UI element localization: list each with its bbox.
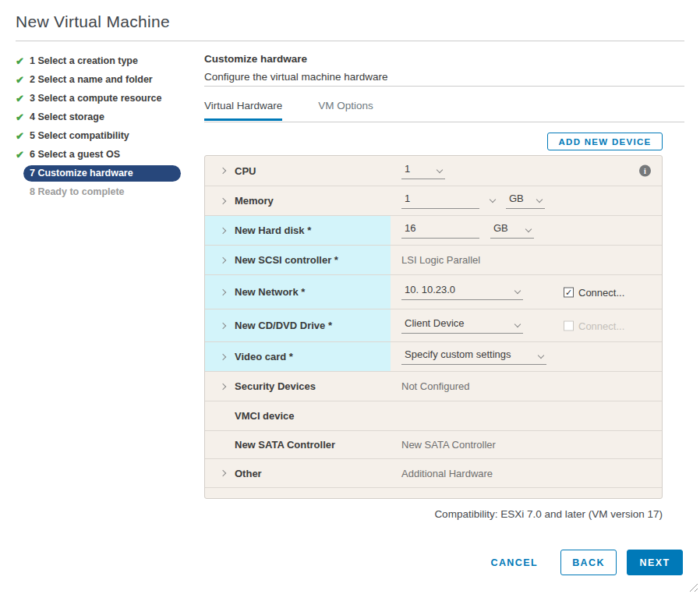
chevron-right-icon[interactable] bbox=[221, 355, 235, 359]
check-icon: ✔ bbox=[16, 131, 30, 141]
chevron-down-icon bbox=[536, 196, 543, 203]
info-icon[interactable]: i bbox=[639, 165, 651, 177]
device-label-cell-other: Other bbox=[205, 459, 391, 487]
new-hard-disk-input[interactable]: 16 bbox=[401, 222, 479, 239]
chevron-down-icon bbox=[525, 226, 532, 232]
hardware-row-new-sata-controller: New SATA ControllerNew SATA Controller bbox=[205, 430, 662, 458]
device-label-cell-vmci-device: VMCI device bbox=[205, 401, 391, 430]
device-label-cell-video-card: Video card * bbox=[205, 342, 391, 371]
hardware-row-vmci-device: VMCI device bbox=[205, 401, 662, 430]
sidebar-item-3-select-a-compute-resource[interactable]: ✔3 Select a compute resource bbox=[16, 89, 181, 108]
device-label: CPU bbox=[235, 165, 256, 177]
new-hard-disk-dropdown[interactable]: GB bbox=[490, 222, 534, 239]
device-label-cell-new-network: New Network * bbox=[205, 275, 391, 309]
sidebar-item-4-select-storage[interactable]: ✔4 Select storage bbox=[16, 108, 181, 126]
chevron-right-icon[interactable] bbox=[221, 384, 235, 389]
device-value-cell-new-sata-controller: New SATA Controller bbox=[391, 431, 662, 458]
chevron-right-icon[interactable] bbox=[221, 290, 235, 295]
page-title: New Virtual Machine bbox=[16, 12, 170, 31]
device-label: VMCI device bbox=[235, 410, 295, 422]
chevron-right-icon[interactable] bbox=[221, 228, 235, 233]
hardware-row-video-card: Video card *Specify custom settings bbox=[205, 341, 662, 371]
hardware-row-cpu: CPU1i bbox=[205, 156, 662, 186]
chevron-right-icon[interactable] bbox=[221, 324, 235, 328]
panel-heading: Customize hardware bbox=[204, 53, 307, 65]
new-cd-dvd-drive-dropdown[interactable]: Client Device bbox=[401, 317, 523, 334]
checkbox-icon: ✓ bbox=[564, 287, 574, 297]
chevron-down-icon bbox=[437, 166, 443, 172]
check-icon: ✔ bbox=[16, 150, 30, 160]
virtual-hardware-table: CPU1iMemory1GBNew Hard disk *16GBNew SCS… bbox=[204, 155, 663, 499]
device-value-cell-new-cd-dvd-drive: Client DeviceConnect... bbox=[391, 309, 662, 341]
device-value-cell-cpu: 1i bbox=[391, 156, 662, 186]
device-label: New Network * bbox=[235, 286, 305, 298]
device-label: New Hard disk * bbox=[235, 225, 311, 236]
hardware-row-new-scsi-controller: New SCSI controller *LSI Logic Parallel bbox=[205, 245, 662, 274]
new-network-connect-checkbox[interactable]: ✓Connect... bbox=[564, 286, 624, 298]
hardware-row-security-devices: Security DevicesNot Configured bbox=[205, 371, 662, 401]
hardware-row-other: OtherAdditional Hardware bbox=[205, 458, 662, 487]
tab-virtual-hardware[interactable]: Virtual Hardware bbox=[204, 100, 282, 121]
other-value: Additional Hardware bbox=[401, 468, 493, 479]
device-label: Memory bbox=[235, 195, 274, 207]
memory-dropdown[interactable]: GB bbox=[506, 193, 545, 209]
device-label: Other bbox=[235, 468, 262, 479]
title-divider bbox=[16, 41, 684, 41]
device-label-cell-new-sata-controller: New SATA Controller bbox=[205, 431, 391, 458]
sidebar-item-2-select-a-name-and-folder[interactable]: ✔2 Select a name and folder bbox=[16, 70, 181, 89]
checkbox-icon bbox=[564, 320, 574, 331]
new-cd-dvd-drive-connect-checkbox: Connect... bbox=[564, 320, 624, 331]
cpu-dropdown[interactable]: 1 bbox=[401, 163, 445, 179]
chevron-right-icon[interactable] bbox=[221, 199, 235, 203]
chevron-right-icon[interactable] bbox=[221, 471, 235, 476]
heading-divider bbox=[204, 86, 684, 87]
hardware-row-new-network: New Network *10. 10.23.0✓Connect... bbox=[205, 274, 662, 309]
sidebar-item-8-ready-to-complete: 8 Ready to complete bbox=[16, 182, 181, 201]
device-value-cell-new-scsi-controller: LSI Logic Parallel bbox=[391, 246, 662, 274]
hardware-row-new-cd-dvd-drive: New CD/DVD Drive *Client DeviceConnect..… bbox=[205, 309, 662, 341]
chevron-down-icon[interactable] bbox=[490, 196, 496, 202]
compatibility-note: Compatibility: ESXi 7.0 and later (VM ve… bbox=[434, 508, 663, 520]
memory-input[interactable]: 1 bbox=[401, 193, 479, 209]
device-value-cell-new-hard-disk: 16GB bbox=[391, 216, 662, 245]
device-label-cell-cpu: CPU bbox=[205, 156, 391, 186]
chevron-down-icon bbox=[514, 288, 521, 294]
device-label-cell-security-devices: Security Devices bbox=[205, 372, 391, 401]
video-card-dropdown[interactable]: Specify custom settings bbox=[401, 348, 546, 365]
sidebar-item-7-customize-hardware[interactable]: 7 Customize hardware bbox=[16, 164, 181, 182]
device-label: New SATA Controller bbox=[235, 439, 335, 451]
device-label-cell-new-hard-disk: New Hard disk * bbox=[205, 216, 391, 245]
wizard-footer: CANCEL BACK NEXT bbox=[486, 550, 683, 575]
new-network-dropdown[interactable]: 10. 10.23.0 bbox=[401, 284, 523, 300]
sidebar-item-5-select-compatibility[interactable]: ✔5 Select compatibility bbox=[16, 126, 181, 145]
device-value-cell-video-card: Specify custom settings bbox=[391, 342, 662, 371]
new-scsi-controller-value: LSI Logic Parallel bbox=[401, 254, 480, 266]
device-value-cell-security-devices: Not Configured bbox=[391, 372, 662, 401]
check-icon: ✔ bbox=[16, 94, 30, 104]
device-label-cell-new-scsi-controller: New SCSI controller * bbox=[205, 246, 391, 274]
security-devices-value: Not Configured bbox=[401, 380, 469, 392]
check-icon: ✔ bbox=[16, 112, 30, 122]
next-button[interactable]: NEXT bbox=[627, 550, 683, 575]
cancel-button[interactable]: CANCEL bbox=[486, 557, 543, 569]
device-label: Video card * bbox=[235, 351, 293, 362]
device-label-cell-memory: Memory bbox=[205, 186, 391, 215]
tab-vm-options[interactable]: VM Options bbox=[318, 100, 373, 121]
new-sata-controller-value: New SATA Controller bbox=[401, 439, 496, 451]
hardware-row-new-hard-disk: New Hard disk *16GB bbox=[205, 215, 662, 245]
tabs-divider bbox=[204, 122, 684, 122]
hardware-row-memory: Memory1GB bbox=[205, 186, 662, 215]
chevron-right-icon[interactable] bbox=[221, 168, 235, 173]
back-button[interactable]: BACK bbox=[560, 550, 617, 575]
sidebar-item-1-select-a-creation-type[interactable]: ✔1 Select a creation type bbox=[16, 51, 181, 70]
resize-grip[interactable] bbox=[688, 582, 698, 592]
sidebar-item-6-select-a-guest-os[interactable]: ✔6 Select a guest OS bbox=[16, 145, 181, 164]
chevron-right-icon[interactable] bbox=[221, 258, 235, 263]
add-new-device-button[interactable]: ADD NEW DEVICE bbox=[547, 133, 663, 150]
device-value-cell-new-network: 10. 10.23.0✓Connect... bbox=[391, 275, 662, 309]
chevron-down-icon bbox=[538, 352, 544, 359]
active-step-badge: 7 Customize hardware bbox=[23, 165, 181, 182]
device-value-cell-vmci-device bbox=[391, 401, 662, 430]
device-value-cell-other: Additional Hardware bbox=[391, 459, 662, 487]
chevron-down-icon bbox=[514, 321, 521, 327]
